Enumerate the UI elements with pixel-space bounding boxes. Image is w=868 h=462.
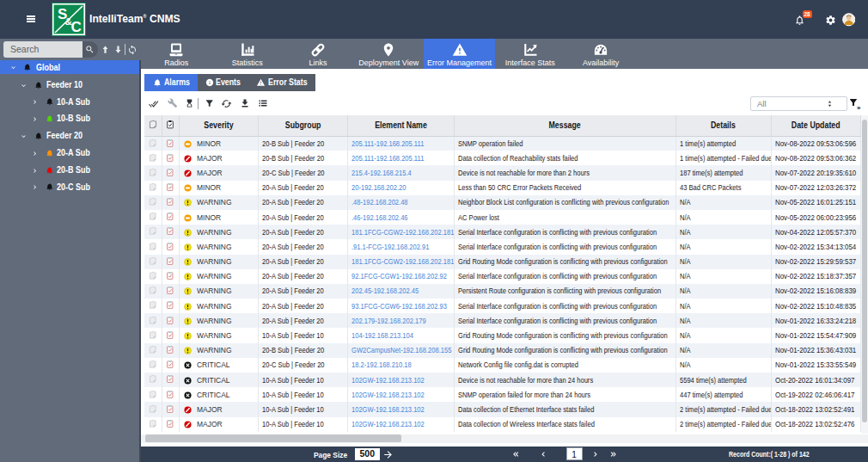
- svg-text:C: C: [71, 19, 82, 35]
